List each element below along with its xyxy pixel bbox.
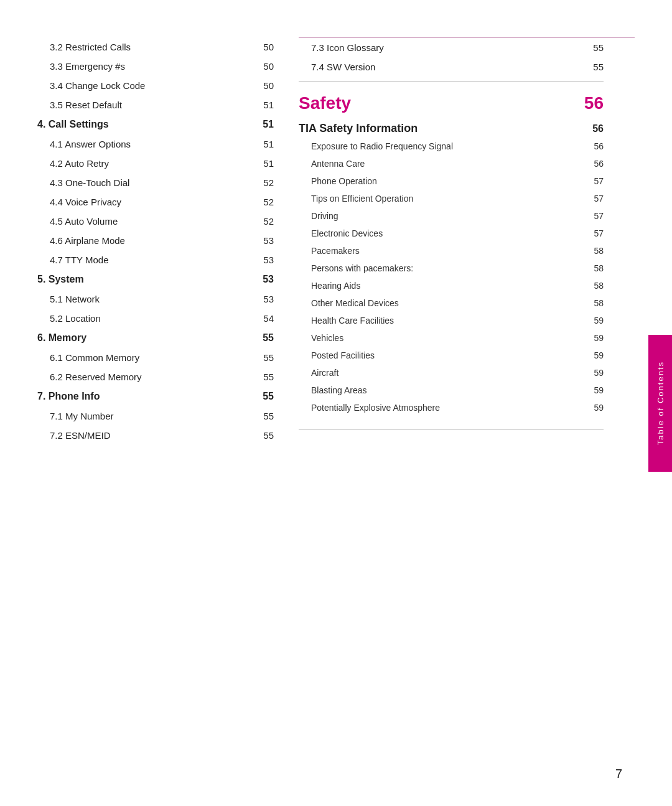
right-sub-item: Health Care Facilities59 <box>299 312 604 329</box>
toc-item-label: 5.2 Location <box>50 313 255 324</box>
right-sub-item-label: Health Care Facilities <box>311 316 588 326</box>
content-area: 3.2 Restricted Calls503.3 Emergency #s50… <box>37 37 635 769</box>
toc-item: 3.4 Change Lock Code50 <box>37 76 274 95</box>
sidebar-tab: Table of Contents <box>648 335 672 472</box>
left-column: 3.2 Restricted Calls503.3 Emergency #s50… <box>37 37 274 769</box>
toc-item-label: 4. Call Settings <box>37 119 255 130</box>
page-number: 7 <box>615 767 622 781</box>
toc-item-page: 53 <box>255 255 274 265</box>
toc-item-page: 55 <box>255 332 274 344</box>
toc-item-page: 51 <box>255 139 274 149</box>
right-sub-item-label: Driving <box>311 211 588 221</box>
right-sub-item: Driving57 <box>299 207 604 225</box>
toc-item-label: 7.2 ESN/MEID <box>50 430 255 441</box>
toc-item-page: 55 <box>255 411 274 421</box>
toc-item-page: 55 <box>255 372 274 382</box>
toc-item: 4.5 Auto Volume52 <box>37 212 274 231</box>
right-sub-item-label: Vehicles <box>311 333 588 343</box>
right-sub-item-page: 58 <box>588 298 604 308</box>
right-sub-item-label: Blasting Areas <box>311 385 588 395</box>
right-sub-item: Exposure to Radio Frequency Signal56 <box>299 138 604 155</box>
toc-item-label: 7.4 SW Version <box>311 62 585 72</box>
toc-item: 3.3 Emergency #s50 <box>37 57 274 76</box>
right-sub-item: Phone Operation57 <box>299 172 604 190</box>
right-sub-item-label: Antenna Care <box>311 159 588 169</box>
toc-item: 3.2 Restricted Calls50 <box>37 37 274 57</box>
page-container: 3.2 Restricted Calls503.3 Emergency #s50… <box>0 0 672 806</box>
divider <box>299 82 604 82</box>
toc-item-label: 3.3 Emergency #s <box>50 61 255 72</box>
right-sub-item: Other Medical Devices58 <box>299 294 604 312</box>
right-sub-item-page: 57 <box>588 194 604 204</box>
right-sub-item-label: Exposure to Radio Frequency Signal <box>311 141 588 151</box>
toc-item-label: 3.2 Restricted Calls <box>50 42 255 52</box>
bottom-divider <box>299 429 604 429</box>
right-sub-item-page: 59 <box>588 368 604 378</box>
toc-item: 7.1 My Number55 <box>37 406 274 426</box>
right-sub-item: Pacemakers58 <box>299 242 604 260</box>
right-sub-item-page: 58 <box>588 246 604 256</box>
right-sub-item-label: Tips on Efficient Operation <box>311 194 588 204</box>
toc-item: 4.3 One-Touch Dial52 <box>37 173 274 192</box>
toc-item-page: 53 <box>255 294 274 304</box>
toc-item-page: 55 <box>255 352 274 363</box>
toc-item: 5. System53 <box>37 269 274 289</box>
right-column-inner: 7.3 Icon Glossary557.4 SW Version55Safet… <box>299 38 635 434</box>
right-sub-item-label: Potentially Explosive Atmosphere <box>311 403 588 413</box>
right-sub-item-label: Phone Operation <box>311 176 588 186</box>
right-sub-item: Hearing Aids58 <box>299 277 604 294</box>
toc-item-label: 4.1 Answer Options <box>50 139 255 149</box>
toc-item: 4.7 TTY Mode53 <box>37 250 274 269</box>
right-sub-item-page: 59 <box>588 385 604 395</box>
right-sub-item-page: 59 <box>588 403 604 413</box>
sidebar-tab-text: Table of Contents <box>656 361 665 445</box>
toc-item: 3.5 Reset Default51 <box>37 95 274 115</box>
right-sub-item-page: 57 <box>588 228 604 238</box>
toc-item-page: 51 <box>255 100 274 110</box>
right-sub-item-page: 59 <box>588 333 604 343</box>
right-sub-item-label: Posted Facilities <box>311 350 588 360</box>
tia-page: 56 <box>592 123 604 134</box>
right-sub-item: Antenna Care56 <box>299 155 604 172</box>
toc-item-label: 3.4 Change Lock Code <box>50 80 255 91</box>
toc-item-label: 4.2 Auto Retry <box>50 158 255 169</box>
toc-item-label: 4.7 TTY Mode <box>50 255 255 265</box>
right-sub-item-label: Other Medical Devices <box>311 298 588 308</box>
toc-item: 6.1 Common Memory55 <box>37 348 274 367</box>
toc-item: 4.2 Auto Retry51 <box>37 154 274 173</box>
toc-item-page: 51 <box>255 158 274 169</box>
toc-item-page: 50 <box>255 80 274 91</box>
right-sub-item-page: 57 <box>588 211 604 221</box>
toc-item-page: 54 <box>255 313 274 324</box>
right-column: 7.3 Icon Glossary557.4 SW Version55Safet… <box>299 37 635 769</box>
right-sub-item-label: Hearing Aids <box>311 281 588 291</box>
toc-item-label: 7.1 My Number <box>50 411 255 421</box>
right-sub-item-page: 59 <box>588 350 604 360</box>
right-sub-item: Electronic Devices57 <box>299 225 604 242</box>
right-sub-item: Posted Facilities59 <box>299 347 604 364</box>
toc-item-label: 6.1 Common Memory <box>50 352 255 363</box>
toc-item: 6. Memory55 <box>37 328 274 348</box>
right-sub-item-page: 56 <box>588 141 604 151</box>
toc-item: 4.6 Airplane Mode53 <box>37 231 274 250</box>
right-sub-item-page: 57 <box>588 176 604 186</box>
toc-item-label: 7.3 Icon Glossary <box>311 42 585 53</box>
toc-item: 4.4 Voice Privacy52 <box>37 192 274 212</box>
toc-item-label: 3.5 Reset Default <box>50 100 255 110</box>
right-sub-item: Persons with pacemakers:58 <box>299 260 604 277</box>
toc-item: 5.1 Network53 <box>37 289 274 309</box>
right-sub-item: Aircraft59 <box>299 364 604 382</box>
safety-title: Safety <box>299 93 351 113</box>
toc-item-page: 55 <box>255 430 274 441</box>
toc-item-page: 52 <box>255 177 274 188</box>
toc-item-page: 55 <box>255 391 274 402</box>
right-sub-item: Blasting Areas59 <box>299 382 604 399</box>
toc-item-label: 4.3 One-Touch Dial <box>50 177 255 188</box>
right-sub-item-page: 56 <box>588 159 604 169</box>
toc-item-page: 50 <box>255 42 274 52</box>
safety-page: 56 <box>584 93 604 113</box>
toc-item-label: 4.4 Voice Privacy <box>50 197 255 207</box>
toc-item: 6.2 Reserved Memory55 <box>37 367 274 387</box>
tia-header: TIA Safety Information56 <box>299 117 604 138</box>
toc-item: 7.3 Icon Glossary55 <box>299 38 604 57</box>
